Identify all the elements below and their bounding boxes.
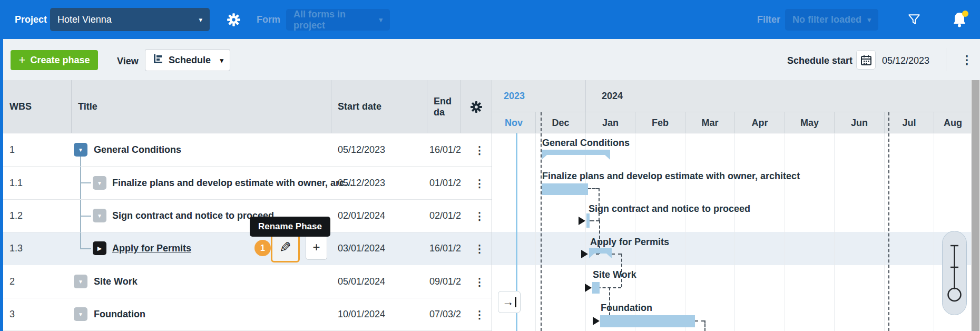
row-kebab-menu[interactable]: ⋮ <box>471 167 488 200</box>
start-date-value[interactable]: 05/01/2024 <box>338 265 385 298</box>
start-date-value[interactable]: 10/01/2024 <box>338 298 385 331</box>
vertical-scrollbar-track[interactable] <box>971 80 980 331</box>
dependency-link <box>704 320 705 331</box>
scroll-to-bar-button[interactable]: → <box>498 291 521 313</box>
task-title[interactable]: Finalize plans and develop estimate with… <box>112 167 352 200</box>
collapse-toggle-icon[interactable]: ▼ <box>74 307 87 321</box>
dependency-link <box>590 220 599 221</box>
start-date-value[interactable]: 02/01/2024 <box>338 199 385 232</box>
tooltip-text: Rename Phase <box>258 221 322 232</box>
table-row[interactable]: 1 ▼ General Conditions 05/12/2023 16/01/… <box>3 133 492 167</box>
notifications-bell-icon[interactable] <box>951 9 969 32</box>
month-label: Mar <box>685 112 734 133</box>
gantt-body: General Conditions Finalize plans and de… <box>492 133 972 331</box>
month-label: Feb <box>635 112 685 133</box>
table-row[interactable]: 1.1 ▼ Finalize plans and develop estimat… <box>3 167 492 200</box>
end-date-value[interactable]: 16/01/2 <box>427 133 461 167</box>
column-header-start-date: Start date <box>331 80 427 133</box>
end-date-value[interactable]: 09/01/2 <box>427 265 461 298</box>
caret-down-glyph: ▼ <box>78 311 83 317</box>
schedule-view-icon <box>152 53 163 67</box>
rename-phase-pencil-button[interactable]: ✎ <box>271 232 300 262</box>
month-gridline <box>535 133 536 331</box>
row-kebab-menu[interactable]: ⋮ <box>471 232 488 265</box>
add-task-plus-button[interactable]: + <box>306 235 327 260</box>
phase-title[interactable]: Site Work <box>94 265 138 298</box>
start-date-value[interactable]: 05/12/2023 <box>338 167 385 200</box>
chevron-down-icon: ▾ <box>199 16 202 24</box>
table-row[interactable]: 3 ▼ Foundation 10/01/2024 07/03/2 ⋮ <box>3 298 492 331</box>
schedule-start-date[interactable]: 05/12/2023 <box>882 39 929 80</box>
wbs-value: 1.2 <box>9 199 23 232</box>
tree-stub <box>80 248 91 249</box>
month-label: Nov <box>492 112 535 133</box>
create-phase-button[interactable]: + Create phase <box>11 50 98 70</box>
arrow-to-bar-stop <box>515 297 516 307</box>
caret-down-glyph: ▼ <box>78 147 83 153</box>
schedule-options-kebab-menu[interactable]: ⋮ <box>957 39 977 80</box>
gantt-bar-site-work[interactable] <box>592 282 600 294</box>
gantt-bar-foundation[interactable] <box>600 315 695 327</box>
month-label: Aug <box>934 112 972 133</box>
pencil-icon: ✎ <box>279 239 291 256</box>
task-title-hovered[interactable]: Apply for Permits <box>112 232 191 265</box>
chevron-down-icon: ▾ <box>220 56 223 64</box>
create-phase-label: Create phase <box>30 55 90 66</box>
reference-dashed-line <box>888 112 889 331</box>
month-label: Jul <box>884 112 934 133</box>
year-label-2023: 2023 <box>504 80 525 112</box>
collapse-toggle-icon[interactable]: ▼ <box>74 275 87 288</box>
end-date-value[interactable]: 01/01/2 <box>427 167 461 200</box>
row-kebab-menu[interactable]: ⋮ <box>471 298 488 331</box>
project-settings-gear-icon[interactable] <box>227 13 241 29</box>
gantt-bar-label: General Conditions <box>542 138 630 149</box>
collapse-toggle-icon[interactable]: ▼ <box>93 176 106 190</box>
gantt-bar-label: Site Work <box>593 269 636 280</box>
dependency-link <box>612 254 621 255</box>
end-date-value[interactable]: 02/01/2 <box>427 199 461 232</box>
row-kebab-menu[interactable]: ⋮ <box>471 265 488 298</box>
gantt-summary-bar-apply-for-permits[interactable] <box>589 248 612 254</box>
vertical-scrollbar-thumb[interactable] <box>972 80 979 331</box>
calendar-icon-button[interactable] <box>856 50 876 70</box>
zoom-slider-scale-icon <box>943 231 966 315</box>
month-label: Apr <box>734 112 785 133</box>
start-date-value[interactable]: 03/01/2024 <box>338 232 385 265</box>
start-date-value[interactable]: 05/12/2023 <box>338 133 385 167</box>
gantt-bar-label: Foundation <box>601 303 652 314</box>
top-navbar: Project Hotel Vienna ▾ Form All forms in… <box>0 0 980 39</box>
gantt-summary-bar-general-conditions[interactable] <box>542 150 610 155</box>
table-row-selected[interactable]: 1.3 ▶ Apply for Permits 03/01/2024 16/01… <box>3 232 492 265</box>
phase-title[interactable]: Foundation <box>94 298 145 331</box>
gantt-zoom-slider[interactable] <box>942 231 967 315</box>
end-date-value[interactable]: 07/03/2 <box>427 298 461 331</box>
rename-phase-tooltip: Rename Phase <box>250 217 330 237</box>
gantt-bar-label: Finalize plans and develop estimate with… <box>542 171 800 182</box>
end-date-value[interactable]: 16/01/2 <box>427 232 461 265</box>
project-dropdown[interactable]: Hotel Vienna ▾ <box>50 8 210 31</box>
collapse-toggle-icon[interactable]: ▼ <box>93 209 106 222</box>
chevron-down-icon: ▾ <box>867 16 871 24</box>
collapse-toggle-icon[interactable]: ▼ <box>74 143 87 157</box>
filter-funnel-icon[interactable] <box>907 13 921 28</box>
table-row[interactable]: 2 ▼ Site Work 05/01/2024 09/01/2 ⋮ <box>3 265 492 298</box>
row-kebab-menu[interactable]: ⋮ <box>471 199 488 232</box>
gantt-milestone-sign-contract[interactable] <box>586 213 590 228</box>
view-label: View <box>117 39 139 80</box>
column-settings-cell[interactable] <box>460 80 492 133</box>
schedule-start-label: Schedule start <box>787 39 852 80</box>
month-gridline <box>635 133 635 331</box>
month-gridline <box>834 133 835 331</box>
filter-dropdown-value: No filter loaded <box>792 14 861 25</box>
gantt-month-header: Nov Dec Jan Feb Mar Apr May Jun Jul Aug <box>492 112 972 133</box>
annotation-badge: 1 <box>254 240 271 256</box>
phase-title[interactable]: General Conditions <box>94 133 181 167</box>
phase-play-icon[interactable]: ▶ <box>93 241 106 255</box>
schedule-content: WBS Title Start date End da 1 ▼ General <box>0 80 980 331</box>
month-gridline <box>734 133 735 331</box>
row-kebab-menu[interactable]: ⋮ <box>471 133 488 167</box>
table-row[interactable]: 1.2 ▼ Sign contract and notice to procee… <box>3 199 492 232</box>
view-dropdown[interactable]: Schedule ▾ <box>145 49 230 71</box>
dependency-arrow-icon <box>585 284 592 292</box>
gantt-bar-finalize-plans[interactable] <box>542 183 588 195</box>
